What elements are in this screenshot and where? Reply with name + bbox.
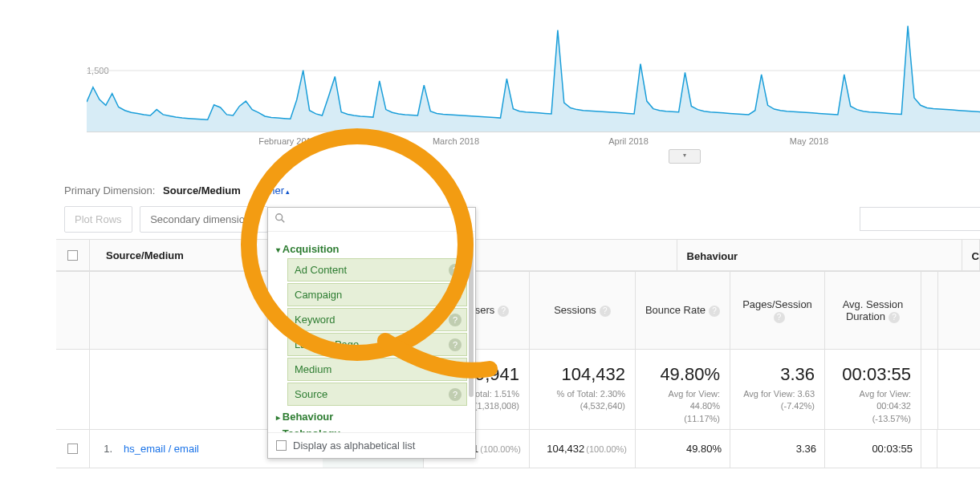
dimension-dropdown: Acquisition Ad Content? Campaign? Keywor… — [267, 207, 476, 459]
cell-sessions: 104,432(100.00%) — [530, 430, 636, 468]
x-axis-labels: February 2018 March 2018 April 2018 May … — [87, 136, 980, 151]
dimension-search-input[interactable] — [291, 213, 469, 225]
alphabetical-toggle[interactable]: Display as alphabetical list — [268, 432, 475, 458]
total-bounce-rate: 49.80% Avg for View:44.80%(11.17%) — [636, 350, 730, 429]
dim-keyword[interactable]: Keyword? — [287, 308, 467, 331]
category-technology[interactable]: Technology — [276, 427, 467, 432]
timeline-dropdown-icon[interactable]: ▾ — [669, 149, 701, 164]
dim-medium[interactable]: Medium? — [287, 358, 467, 381]
col-avg-session-duration[interactable]: Avg. Session Duration? — [825, 272, 921, 349]
search-icon — [274, 213, 286, 226]
section-behaviour: Behaviour — [677, 240, 962, 270]
primary-dimension-label: Primary Dimension: — [64, 184, 155, 196]
total-pages-session: 3.36 Avg for View: 3.63(-7.42%) — [730, 350, 825, 429]
total-avg-duration: 00:03:55 Avg for View:00:04:32(-13.57%) — [825, 350, 921, 429]
help-icon[interactable]: ? — [449, 338, 462, 351]
row-index: 1. — [90, 443, 119, 455]
sparkline — [87, 0, 980, 140]
row-checkbox[interactable] — [67, 443, 78, 454]
secondary-dimension-button[interactable]: Secondary dimension▾ — [140, 206, 268, 233]
category-behaviour[interactable]: Behaviour — [276, 411, 467, 423]
help-icon[interactable]: ? — [774, 312, 785, 323]
help-icon[interactable]: ? — [449, 264, 462, 277]
svg-point-2 — [276, 214, 283, 221]
cell-pages-session: 3.36 — [730, 430, 825, 468]
help-icon[interactable]: ? — [600, 306, 611, 317]
help-icon[interactable]: ? — [889, 312, 900, 323]
checkbox-icon[interactable] — [276, 440, 287, 451]
cell-bounce-rate: 49.80% — [636, 430, 730, 468]
help-icon[interactable]: ? — [498, 306, 509, 317]
svg-line-3 — [282, 220, 285, 223]
dim-landing-page[interactable]: Landing Page? — [287, 333, 467, 356]
help-icon[interactable]: ? — [449, 363, 462, 376]
help-icon[interactable]: ? — [449, 388, 462, 401]
help-icon[interactable]: ? — [449, 314, 462, 326]
help-icon[interactable]: ? — [449, 289, 462, 302]
category-acquisition[interactable]: Acquisition — [276, 243, 467, 255]
dim-source[interactable]: Source? — [287, 383, 467, 406]
primary-dimension-value[interactable]: Source/Medium — [163, 184, 241, 196]
table-row[interactable]: 1. hs_email / email 19,941(100.00%) 19,9… — [56, 430, 980, 468]
section-conversions: C — [962, 240, 980, 270]
col-sessions[interactable]: Sessions? — [530, 272, 636, 349]
dropdown-scrollbar[interactable] — [469, 237, 474, 397]
select-all-checkbox[interactable] — [67, 250, 78, 261]
sessions-chart: 1,500 February 2018 March 2018 April 201… — [56, 0, 980, 156]
help-icon[interactable]: ? — [709, 306, 720, 317]
col-bounce-rate[interactable]: Bounce Rate? — [636, 272, 730, 349]
dim-ad-content[interactable]: Ad Content? — [287, 258, 467, 281]
cell-avg-duration: 00:03:55 — [825, 430, 921, 468]
total-sessions: 104,432 % of Total: 2.30%(4,532,640) — [530, 350, 636, 429]
col-pages-session[interactable]: Pages/Session? — [730, 272, 825, 349]
other-dimension-link[interactable]: Other▴ — [258, 184, 290, 196]
plot-rows-button[interactable]: Plot Rows — [64, 206, 132, 233]
dim-campaign[interactable]: Campaign? — [287, 283, 467, 306]
table-search-input[interactable] — [860, 207, 980, 231]
